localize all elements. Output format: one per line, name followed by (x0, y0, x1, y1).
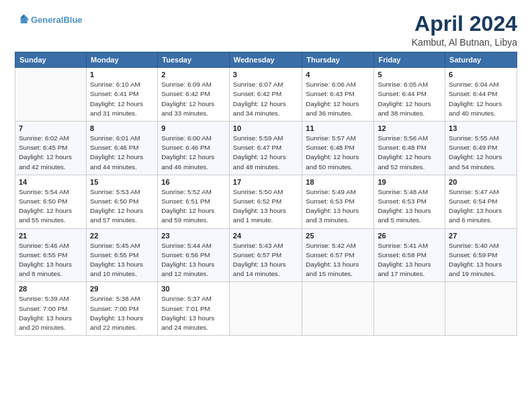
day-info: Sunrise: 5:41 AM Sunset: 6:58 PM Dayligh… (378, 241, 441, 279)
table-row: 1Sunrise: 6:10 AM Sunset: 6:41 PM Daylig… (87, 68, 158, 122)
table-row: 6Sunrise: 6:04 AM Sunset: 6:44 PM Daylig… (445, 68, 517, 122)
table-row: 24Sunrise: 5:43 AM Sunset: 6:57 PM Dayli… (229, 228, 302, 282)
day-number: 18 (306, 178, 370, 186)
header-tuesday: Tuesday (158, 52, 230, 68)
table-row: 5Sunrise: 6:05 AM Sunset: 6:44 PM Daylig… (374, 68, 445, 122)
day-number: 21 (19, 232, 83, 240)
table-row: 2Sunrise: 6:09 AM Sunset: 6:42 PM Daylig… (158, 68, 230, 122)
table-row: 30Sunrise: 5:37 AM Sunset: 7:01 PM Dayli… (158, 282, 230, 336)
subtitle: Kambut, Al Butnan, Libya (412, 37, 517, 48)
day-info: Sunrise: 6:06 AM Sunset: 6:43 PM Dayligh… (306, 80, 370, 118)
day-info: Sunrise: 6:09 AM Sunset: 6:42 PM Dayligh… (161, 80, 226, 118)
day-info: Sunrise: 6:05 AM Sunset: 6:44 PM Dayligh… (378, 80, 441, 118)
header-wednesday: Wednesday (229, 52, 302, 68)
table-row: 29Sunrise: 5:38 AM Sunset: 7:00 PM Dayli… (87, 282, 158, 336)
table-row: 13Sunrise: 5:55 AM Sunset: 6:49 PM Dayli… (445, 122, 517, 175)
table-row: 23Sunrise: 5:44 AM Sunset: 6:56 PM Dayli… (158, 228, 230, 282)
calendar-header-row: Sunday Monday Tuesday Wednesday Thursday… (15, 52, 517, 68)
logo-general: General (31, 15, 63, 25)
table-row: 8Sunrise: 6:01 AM Sunset: 6:46 PM Daylig… (87, 122, 158, 175)
day-info: Sunrise: 5:50 AM Sunset: 6:52 PM Dayligh… (233, 187, 298, 226)
day-info: Sunrise: 5:59 AM Sunset: 6:47 PM Dayligh… (233, 134, 298, 172)
day-number: 7 (19, 124, 83, 132)
day-number: 10 (233, 124, 298, 132)
table-row: 12Sunrise: 5:56 AM Sunset: 6:48 PM Dayli… (374, 122, 445, 175)
table-row: 20Sunrise: 5:47 AM Sunset: 6:54 PM Dayli… (445, 175, 517, 228)
day-number: 20 (449, 178, 513, 186)
day-info: Sunrise: 5:56 AM Sunset: 6:48 PM Dayligh… (378, 134, 441, 172)
table-row (229, 282, 302, 336)
day-info: Sunrise: 5:43 AM Sunset: 6:57 PM Dayligh… (233, 241, 298, 279)
day-info: Sunrise: 5:57 AM Sunset: 6:48 PM Dayligh… (306, 134, 370, 172)
table-row: 17Sunrise: 5:50 AM Sunset: 6:52 PM Dayli… (229, 175, 302, 228)
day-number: 14 (19, 178, 83, 186)
table-row (374, 282, 445, 336)
day-number: 6 (449, 71, 513, 79)
table-row: 10Sunrise: 5:59 AM Sunset: 6:47 PM Dayli… (229, 122, 302, 175)
day-info: Sunrise: 5:37 AM Sunset: 7:01 PM Dayligh… (161, 294, 226, 332)
table-row: 18Sunrise: 5:49 AM Sunset: 6:53 PM Dayli… (302, 175, 374, 228)
table-row: 28Sunrise: 5:39 AM Sunset: 7:00 PM Dayli… (15, 282, 87, 336)
table-row (445, 282, 517, 336)
day-info: Sunrise: 5:53 AM Sunset: 6:50 PM Dayligh… (90, 187, 154, 226)
day-number: 8 (90, 124, 154, 132)
logo: GeneralBlue (15, 12, 83, 28)
calendar-table: Sunday Monday Tuesday Wednesday Thursday… (15, 52, 517, 336)
table-row (15, 68, 87, 122)
table-row: 19Sunrise: 5:48 AM Sunset: 6:53 PM Dayli… (374, 175, 445, 228)
day-info: Sunrise: 5:54 AM Sunset: 6:50 PM Dayligh… (19, 187, 83, 226)
day-info: Sunrise: 5:44 AM Sunset: 6:56 PM Dayligh… (161, 241, 226, 279)
table-row: 16Sunrise: 5:52 AM Sunset: 6:51 PM Dayli… (158, 175, 230, 228)
table-row: 26Sunrise: 5:41 AM Sunset: 6:58 PM Dayli… (374, 228, 445, 282)
table-row: 3Sunrise: 6:07 AM Sunset: 6:42 PM Daylig… (229, 68, 302, 122)
table-row: 15Sunrise: 5:53 AM Sunset: 6:50 PM Dayli… (87, 175, 158, 228)
day-number: 28 (19, 285, 83, 293)
day-info: Sunrise: 6:02 AM Sunset: 6:45 PM Dayligh… (19, 134, 83, 172)
header-sunday: Sunday (15, 52, 87, 68)
day-number: 16 (161, 178, 226, 186)
table-row: 27Sunrise: 5:40 AM Sunset: 6:59 PM Dayli… (445, 228, 517, 282)
svg-marker-1 (21, 14, 24, 17)
header: GeneralBlue April 2024 Kambut, Al Butnan… (15, 12, 517, 48)
header-thursday: Thursday (302, 52, 374, 68)
table-row: 9Sunrise: 6:00 AM Sunset: 6:46 PM Daylig… (158, 122, 230, 175)
day-info: Sunrise: 5:38 AM Sunset: 7:00 PM Dayligh… (90, 294, 154, 332)
day-info: Sunrise: 5:47 AM Sunset: 6:54 PM Dayligh… (449, 187, 513, 226)
page: GeneralBlue April 2024 Kambut, Al Butnan… (0, 0, 532, 411)
day-info: Sunrise: 6:00 AM Sunset: 6:46 PM Dayligh… (161, 134, 226, 172)
day-number: 27 (449, 232, 513, 240)
table-row: 14Sunrise: 5:54 AM Sunset: 6:50 PM Dayli… (15, 175, 87, 228)
day-info: Sunrise: 5:52 AM Sunset: 6:51 PM Dayligh… (161, 187, 226, 226)
day-number: 9 (161, 124, 226, 132)
day-number: 23 (161, 232, 226, 240)
table-row: 4Sunrise: 6:06 AM Sunset: 6:43 PM Daylig… (302, 68, 374, 122)
table-row (302, 282, 374, 336)
header-friday: Friday (374, 52, 445, 68)
day-info: Sunrise: 5:45 AM Sunset: 6:55 PM Dayligh… (90, 241, 154, 279)
header-monday: Monday (87, 52, 158, 68)
table-row: 22Sunrise: 5:45 AM Sunset: 6:55 PM Dayli… (87, 228, 158, 282)
logo-blue: Blue (63, 15, 82, 25)
day-number: 17 (233, 178, 298, 186)
main-title: April 2024 (412, 12, 517, 36)
day-info: Sunrise: 6:04 AM Sunset: 6:44 PM Dayligh… (449, 80, 513, 118)
day-number: 22 (90, 232, 154, 240)
day-number: 11 (306, 124, 370, 132)
table-row: 25Sunrise: 5:42 AM Sunset: 6:57 PM Dayli… (302, 228, 374, 282)
logo-text: GeneralBlue (31, 15, 83, 26)
day-number: 2 (161, 71, 226, 79)
day-number: 4 (306, 71, 370, 79)
day-number: 5 (378, 71, 441, 79)
day-info: Sunrise: 6:10 AM Sunset: 6:41 PM Dayligh… (90, 80, 154, 118)
day-number: 30 (161, 285, 226, 293)
day-number: 29 (90, 285, 154, 293)
day-number: 25 (306, 232, 370, 240)
day-info: Sunrise: 5:40 AM Sunset: 6:59 PM Dayligh… (449, 241, 513, 279)
day-number: 3 (233, 71, 298, 79)
day-info: Sunrise: 6:01 AM Sunset: 6:46 PM Dayligh… (90, 134, 154, 172)
day-number: 12 (378, 124, 441, 132)
day-number: 13 (449, 124, 513, 132)
day-info: Sunrise: 5:48 AM Sunset: 6:53 PM Dayligh… (378, 187, 441, 226)
day-info: Sunrise: 5:46 AM Sunset: 6:55 PM Dayligh… (19, 241, 83, 279)
day-info: Sunrise: 5:42 AM Sunset: 6:57 PM Dayligh… (306, 241, 370, 279)
